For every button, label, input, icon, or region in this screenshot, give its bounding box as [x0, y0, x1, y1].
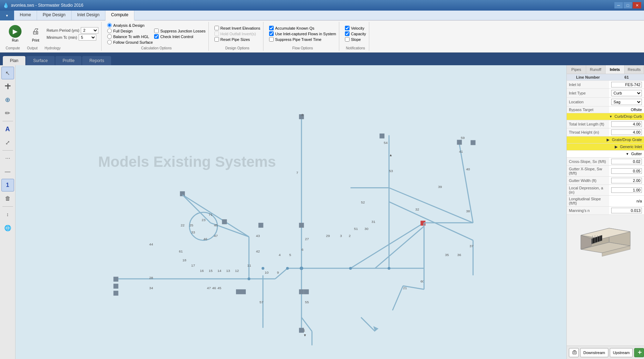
tab-reports[interactable]: Reports [82, 56, 111, 65]
grate-drop-grate-row[interactable]: ▶ Grate/Drop Grate [567, 136, 644, 144]
gutter-x-slope-cell[interactable] [609, 166, 644, 177]
pan-tool-button[interactable] [1, 80, 14, 93]
app-icon: 💧 [3, 2, 9, 8]
inlet-properties-table: Line Number 61 Inlet Id Inlet Type CurbG… [567, 74, 644, 215]
mannings-n-input[interactable] [611, 208, 642, 213]
label-36: 36 [457, 253, 462, 257]
analysis-design-radio[interactable] [107, 23, 112, 28]
gutter-width-input[interactable] [611, 178, 642, 183]
right-tab-results[interactable]: Results [625, 65, 644, 74]
throat-height-input[interactable] [611, 129, 642, 135]
generic-inlet-row[interactable]: ▶ Generic Inlet [567, 144, 644, 151]
tab-compute[interactable]: Compute [105, 11, 134, 20]
tab-surface[interactable]: Surface [26, 56, 55, 65]
curb-drop-curb-row[interactable]: ▾ Curb/Drop Curb [567, 113, 644, 120]
close-button[interactable]: ✕ [633, 2, 641, 8]
gutter-row[interactable]: ▾ Gutter [567, 151, 644, 158]
globe-tool-button[interactable]: 🌐 [1, 221, 14, 234]
hold-outfall-checkbox[interactable] [214, 31, 219, 36]
min-tc-select[interactable]: 51015 [79, 34, 96, 41]
curb-drop-curb-label: ▾ Curb/Drop Curb [567, 113, 644, 120]
local-depression-row: Local Depression, a (in) [567, 185, 644, 196]
tab-inlet-design[interactable]: Inlet Design [72, 11, 105, 20]
reset-invert-checkbox[interactable] [214, 26, 219, 30]
check-inlet-checkbox[interactable] [154, 34, 159, 39]
accumulate-qs-checkbox[interactable] [269, 26, 274, 30]
location-select[interactable]: SagGrade [611, 99, 642, 105]
titlebar: 💧 avonlea.sws - Stormwater Studio 2016 ─… [0, 0, 644, 11]
cross-slope-input[interactable] [611, 159, 642, 164]
gutter-width-cell[interactable] [609, 177, 644, 185]
right-tab-inlets[interactable]: Inlets [606, 65, 625, 74]
break-tool-button[interactable]: — [1, 165, 14, 178]
mannings-n-row: Manning's n [567, 207, 644, 215]
select-tool-button[interactable]: ↖ [1, 67, 14, 79]
capacity-checkbox[interactable] [345, 31, 350, 36]
reset-pipe-checkbox[interactable] [214, 37, 219, 42]
tab-profile[interactable]: Profile [55, 56, 81, 65]
print-button[interactable]: 🖨 Print [26, 23, 45, 44]
inlet-type-select[interactable]: CurbGrateGenericNone [611, 90, 642, 96]
label-4: 4 [279, 253, 281, 257]
upstream-button[interactable]: Upstream [610, 348, 633, 357]
pipe-size-tool-button[interactable]: ↕ [1, 208, 14, 221]
follow-ground-radio[interactable] [107, 40, 112, 44]
throat-height-cell[interactable] [609, 128, 644, 136]
total-inlet-length-cell[interactable] [609, 120, 644, 128]
add-inlet-tool-button[interactable]: ⊕ [1, 93, 14, 106]
local-depression-cell[interactable] [609, 185, 644, 196]
window-controls: ─ □ ✕ [614, 2, 641, 8]
add-icon [637, 350, 642, 355]
velocity-checkbox[interactable] [345, 26, 350, 30]
full-design-radio[interactable] [107, 29, 112, 33]
tab-home[interactable]: Home [14, 11, 37, 20]
slope-checkbox[interactable] [345, 37, 350, 42]
total-inlet-length-input[interactable] [611, 121, 642, 127]
longitudinal-slope-label: Longitudinal Slope (ft/ft) [567, 196, 609, 207]
svg-text:25: 25 [189, 223, 194, 227]
mannings-n-cell[interactable] [609, 207, 644, 215]
use-inlet-checkbox[interactable] [269, 31, 274, 36]
suppress-travel-checkbox[interactable] [269, 37, 274, 42]
run-button[interactable]: ▶ Run [6, 23, 25, 44]
svg-rect-25 [470, 140, 475, 145]
toolbar-separator-3 [2, 206, 13, 207]
label-8b: 8 [302, 113, 304, 117]
gutter-x-slope-input[interactable] [611, 168, 642, 174]
number-tool-button[interactable]: 1 [1, 179, 14, 191]
left-toolbar: ↖ ⊕ ✏ A ⤢ ⋯ — 1 🗑 ↕ 🌐 [0, 65, 16, 359]
tab-pipe-design[interactable]: Pipe Design [37, 11, 72, 20]
local-depression-input[interactable] [611, 187, 642, 193]
inlet-id-input[interactable] [611, 82, 642, 87]
home-dropdown-button[interactable]: ▾ [0, 11, 14, 20]
inlet-type-cell[interactable]: CurbGrateGenericNone [609, 89, 644, 98]
maximize-button[interactable]: □ [624, 2, 632, 8]
text-tool-button[interactable]: A [1, 123, 14, 135]
reset-invert-row: Reset Invert Elevations [214, 26, 260, 30]
add-inlet-panel-button[interactable] [634, 348, 644, 357]
longitudinal-slope-value: n/a [609, 196, 644, 207]
minimize-button[interactable]: ─ [614, 2, 623, 8]
tag-tool-button[interactable]: ⋯ [1, 152, 14, 165]
zoom-fit-button[interactable]: ⤢ [1, 136, 14, 149]
delete-tool-button[interactable]: 🗑 [1, 192, 14, 205]
location-row: Location SagGrade [567, 98, 644, 107]
tab-plan[interactable]: Plan [3, 56, 25, 65]
balance-tc-radio[interactable] [107, 34, 112, 39]
print-label: Print [32, 38, 40, 42]
use-inlet-row: Use Inlet-captured Flows in System [269, 31, 336, 36]
label-14: 14 [218, 269, 222, 273]
right-tab-pipes[interactable]: Pipes [567, 65, 586, 74]
suppress-junction-checkbox[interactable] [154, 29, 159, 33]
right-tab-runoff[interactable]: Runoff [586, 65, 606, 74]
canvas-area[interactable]: Models Existing Systems [16, 65, 566, 359]
draw-pipe-tool-button[interactable]: ✏ [1, 107, 14, 120]
label-53: 53 [389, 169, 393, 173]
downstream-button[interactable]: Downstream [580, 348, 608, 357]
return-period-select[interactable]: 25102550100 [81, 27, 98, 34]
svg-line-5 [351, 223, 424, 268]
cross-slope-cell[interactable] [609, 158, 644, 166]
delete-inlet-button[interactable] [569, 348, 579, 357]
inlet-id-cell[interactable] [609, 81, 644, 89]
location-cell[interactable]: SagGrade [609, 98, 644, 107]
